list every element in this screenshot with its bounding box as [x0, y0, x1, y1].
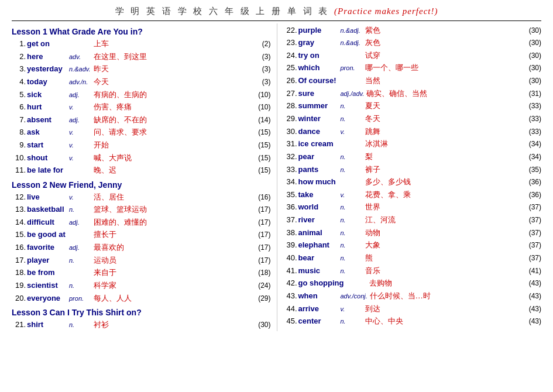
word-page: (33): [524, 126, 541, 137]
word-term: sure: [298, 88, 339, 99]
word-pos: n.: [341, 114, 363, 124]
table-row: 39. elephant n. 大象 (37): [283, 239, 542, 251]
word-pos: n.&adj.: [341, 26, 363, 36]
word-page: (17): [253, 242, 271, 253]
word-number: 25.: [283, 62, 297, 74]
word-page: (10): [253, 90, 271, 101]
table-row: 27. sure adj./adv. 确实、确信、当然 (31): [283, 88, 542, 99]
word-term: here: [27, 51, 68, 63]
word-page: (17): [253, 217, 271, 228]
word-number: 43.: [283, 290, 297, 302]
table-row: 2. here adv. 在这里、到这里 (3): [12, 51, 271, 63]
table-row: 25. which pron. 哪一个、哪一些 (30): [283, 62, 542, 74]
word-pos: n.: [341, 202, 363, 212]
word-number: 19.: [12, 280, 26, 291]
word-term: purple: [298, 25, 339, 36]
table-row: 18. be from 来自于 (18): [12, 267, 271, 278]
word-meaning: 每人、人人: [94, 293, 251, 304]
word-number: 37.: [283, 214, 297, 226]
word-number: 44.: [283, 303, 297, 315]
word-pos: v.: [69, 140, 91, 150]
word-pos: adv./n.: [69, 77, 91, 87]
table-row: 44. arrive v. 到达 (43): [283, 303, 542, 315]
word-page: (17): [253, 204, 271, 215]
word-pos: v.: [69, 153, 91, 163]
word-page: (30): [524, 37, 541, 49]
word-number: 32.: [283, 151, 297, 163]
word-page: (36): [524, 190, 541, 201]
word-pos: n.: [341, 152, 363, 162]
word-number: 41.: [283, 265, 297, 277]
table-row: 45. center n. 中心、中央 (43): [283, 315, 542, 327]
table-row: 6. hurt v. 伤害、疼痛 (10): [12, 101, 271, 113]
word-number: 33.: [283, 164, 297, 176]
word-meaning: 到达: [365, 303, 522, 315]
word-page: (15): [253, 140, 271, 151]
table-row: 35. take v. 花费、拿、乘 (36): [283, 189, 542, 201]
table-row: 19. scientist n. 科学家 (24): [12, 280, 271, 291]
table-row: 1. get on 上车 (2): [12, 38, 271, 50]
word-pos: pron.: [69, 294, 91, 304]
word-meaning: 篮球、篮球运动: [94, 204, 251, 215]
word-pos: v.: [69, 192, 91, 202]
main-content: Lesson 1 What Grade Are You in? 1. get o…: [12, 23, 541, 331]
word-page: (37): [524, 253, 541, 264]
word-term: favorite: [27, 242, 68, 253]
word-meaning: 音乐: [365, 265, 522, 277]
word-meaning: 什么时候、当…时: [370, 290, 521, 302]
word-number: 12.: [12, 191, 26, 203]
word-number: 23.: [283, 37, 297, 49]
word-page: (43): [524, 278, 541, 289]
word-term: which: [298, 62, 339, 74]
word-pos: n.: [69, 205, 91, 215]
word-meaning: 问、请求、要求: [94, 126, 251, 138]
word-number: 40.: [283, 252, 297, 264]
word-term: elephant: [298, 239, 339, 251]
word-page: (15): [253, 127, 271, 138]
word-page: (43): [524, 291, 541, 302]
lesson-header: Lesson 2 New Friend, Jenny: [12, 180, 271, 190]
word-term: be late for: [27, 164, 68, 176]
word-pos: n.: [69, 281, 91, 291]
word-meaning: 去购物: [369, 277, 521, 289]
word-term: live: [27, 191, 68, 203]
table-row: 41. music n. 音乐 (41): [283, 265, 542, 277]
table-row: 22. purple n.&adj. 紫色 (30): [283, 25, 542, 36]
word-number: 38.: [283, 227, 297, 239]
word-pos: adj./adv.: [341, 89, 365, 99]
word-number: 24.: [283, 50, 297, 61]
word-number: 7.: [12, 114, 26, 126]
word-meaning: 梨: [365, 151, 522, 163]
word-page: (3): [253, 64, 271, 75]
word-meaning: 紫色: [365, 25, 522, 36]
table-row: 31. ice cream 冰淇淋 (34): [283, 138, 542, 150]
table-row: 34. how much 多少、多少钱 (36): [283, 176, 542, 188]
table-row: 9. start v. 开始 (15): [12, 139, 271, 151]
word-number: 17.: [12, 255, 26, 266]
table-row: 42. go shopping 去购物 (43): [283, 277, 542, 289]
word-term: get on: [27, 38, 68, 50]
word-number: 3.: [12, 63, 26, 75]
word-number: 1.: [12, 38, 26, 50]
word-page: (24): [253, 280, 271, 291]
word-term: music: [298, 265, 339, 277]
word-pos: v.: [69, 128, 91, 137]
word-term: basketball: [27, 204, 68, 215]
word-pos: n.: [69, 256, 91, 266]
word-number: 34.: [283, 176, 297, 188]
word-term: pear: [298, 151, 339, 163]
word-number: 11.: [12, 164, 26, 176]
word-number: 8.: [12, 126, 26, 138]
word-number: 16.: [12, 242, 26, 253]
word-term: take: [298, 189, 339, 201]
word-pos: v.: [341, 190, 363, 200]
word-term: shout: [27, 152, 68, 164]
table-row: 32. pear n. 梨 (34): [283, 151, 542, 163]
word-term: how much: [298, 176, 339, 188]
word-meaning: 有病的、生病的: [94, 89, 251, 101]
word-term: summer: [298, 100, 339, 112]
word-page: (36): [524, 177, 541, 188]
word-term: winter: [298, 113, 339, 125]
word-meaning: 当然: [365, 75, 522, 87]
word-term: shirt: [27, 319, 68, 331]
